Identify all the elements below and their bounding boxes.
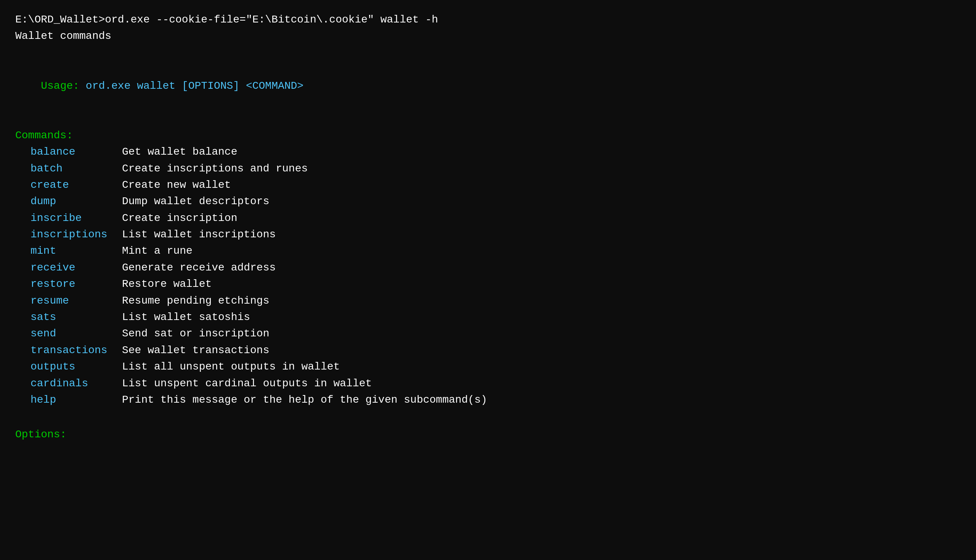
command-name: sats	[15, 309, 122, 325]
command-name: inscriptions	[15, 226, 122, 243]
command-row: inscriptionsList wallet inscriptions	[15, 226, 961, 243]
command-description: Get wallet balance	[122, 143, 237, 160]
command-row: transactionsSee wallet transactions	[15, 342, 961, 358]
command-name: receive	[15, 260, 122, 276]
command-name: transactions	[15, 342, 122, 358]
usage-prefix: Usage:	[41, 80, 86, 92]
command-description: Create new wallet	[122, 177, 231, 193]
command-description: Restore wallet	[122, 276, 212, 292]
command-row: cardinalsList unspent cardinal outputs i…	[15, 375, 961, 392]
blank-line-3	[15, 408, 961, 424]
command-description: Send sat or inscription	[122, 325, 269, 342]
command-row: sendSend sat or inscription	[15, 325, 961, 342]
commands-list: balanceGet wallet balancebatchCreate ins…	[15, 143, 961, 408]
command-name: restore	[15, 276, 122, 292]
usage-command: ord.exe wallet	[86, 80, 175, 92]
command-description: List unspent cardinal outputs in wallet	[122, 375, 372, 392]
command-row: inscribeCreate inscription	[15, 210, 961, 226]
command-name: dump	[15, 193, 122, 210]
command-row: mintMint a rune	[15, 243, 961, 259]
command-description: Print this message or the help of the gi…	[122, 392, 487, 408]
command-description: See wallet transactions	[122, 342, 269, 358]
command-name: batch	[15, 160, 122, 177]
command-row: createCreate new wallet	[15, 177, 961, 193]
command-name: outputs	[15, 358, 122, 375]
usage-options: [OPTIONS] <COMMAND>	[175, 80, 304, 92]
command-name: mint	[15, 243, 122, 259]
command-row: dumpDump wallet descriptors	[15, 193, 961, 210]
command-row: batchCreate inscriptions and runes	[15, 160, 961, 177]
blank-line-1	[15, 45, 961, 61]
command-name: inscribe	[15, 210, 122, 226]
command-row: outputsList all unspent outputs in walle…	[15, 358, 961, 375]
command-description: Resume pending etchings	[122, 293, 269, 309]
command-row: balanceGet wallet balance	[15, 143, 961, 160]
commands-header: Commands:	[15, 127, 961, 143]
command-name: send	[15, 325, 122, 342]
usage-line: Usage: ord.exe wallet [OPTIONS] <COMMAND…	[15, 61, 961, 110]
command-description: Create inscription	[122, 210, 237, 226]
command-name: balance	[15, 143, 122, 160]
command-description: List wallet satoshis	[122, 309, 250, 325]
command-row: satsList wallet satoshis	[15, 309, 961, 325]
command-row: receiveGenerate receive address	[15, 260, 961, 276]
options-header: Options:	[15, 426, 961, 443]
command-row: resumeResume pending etchings	[15, 293, 961, 309]
command-name: cardinals	[15, 375, 122, 392]
prompt-line: E:\ORD_Wallet>ord.exe --cookie-file="E:\…	[15, 12, 961, 28]
command-description: Mint a rune	[122, 243, 192, 259]
command-row: restoreRestore wallet	[15, 276, 961, 292]
terminal: E:\ORD_Wallet>ord.exe --cookie-file="E:\…	[15, 12, 961, 443]
command-description: Create inscriptions and runes	[122, 160, 308, 177]
command-description: Generate receive address	[122, 260, 276, 276]
wallet-commands-label: Wallet commands	[15, 28, 961, 44]
command-name: help	[15, 392, 122, 408]
command-description: List all unspent outputs in wallet	[122, 358, 340, 375]
blank-line-2	[15, 110, 961, 127]
command-description: Dump wallet descriptors	[122, 193, 269, 210]
command-name: resume	[15, 293, 122, 309]
command-description: List wallet inscriptions	[122, 226, 276, 243]
command-row: helpPrint this message or the help of th…	[15, 392, 961, 408]
command-name: create	[15, 177, 122, 193]
